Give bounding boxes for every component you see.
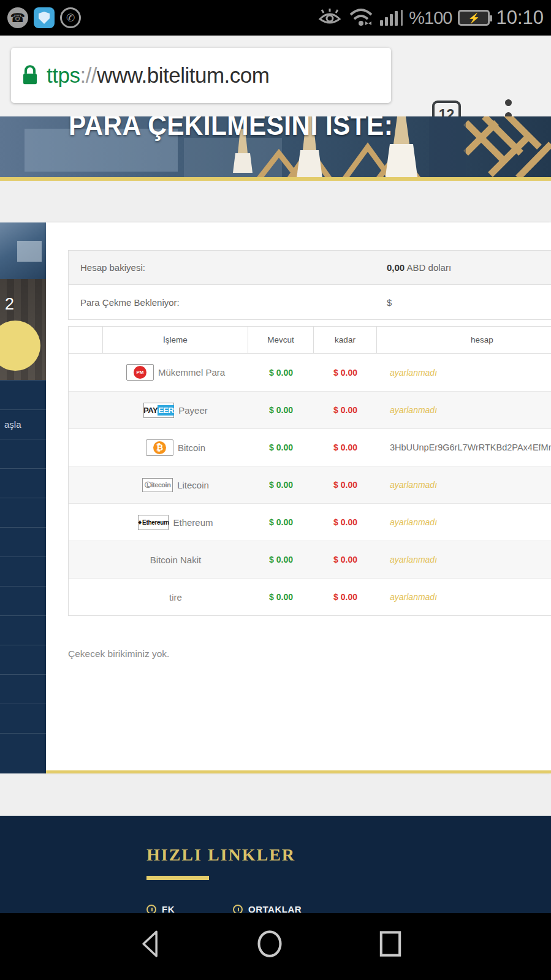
balance-value: $ — [387, 297, 392, 308]
table-row[interactable]: ₿ Bitcoin $ 0.00 $ 0.00 3HbUUnpEr9G6rL7W… — [69, 428, 551, 466]
col-header-kadar: kadar — [314, 327, 377, 353]
battery-charging-icon: ⚡ — [458, 10, 490, 26]
sidebar-item[interactable] — [0, 615, 46, 645]
method-label: Mükemmel Para — [158, 367, 225, 378]
mevcut-value: $ 0.00 — [248, 480, 314, 490]
balance-row: Para Çekme Bekleniyor: $ — [69, 285, 551, 319]
mevcut-value: $ 0.00 — [248, 368, 314, 378]
kadar-value: $ 0.00 — [314, 368, 377, 378]
withdraw-table: İşleme Mevcut kadar hesap PM Mükemmel Pa… — [68, 326, 551, 616]
method-label: Bitcoin — [178, 443, 205, 453]
kadar-value: $ 0.00 — [314, 405, 377, 415]
perfect-money-icon: PM — [126, 364, 154, 381]
method-label: Bitcoin Nakit — [150, 555, 201, 565]
url-text[interactable]: ttps://www.bitelitum.com — [47, 63, 269, 88]
mevcut-value: $ 0.00 — [248, 517, 314, 527]
col-header-hesap: hesap — [377, 327, 551, 353]
table-row[interactable]: ♦Ethereum Ethereum $ 0.00 $ 0.00 ayarlan… — [69, 503, 551, 541]
no-balance-note: Çekecek birikiminiz yok. — [68, 648, 169, 659]
home-button[interactable] — [253, 927, 287, 961]
mevcut-value: $ 0.00 — [248, 555, 314, 564]
hesap-value[interactable]: ayarlanmadı — [377, 368, 551, 378]
balance-label: Para Çekme Bekleniyor: — [69, 297, 180, 308]
sidebar-item[interactable] — [0, 380, 46, 409]
sidebar-item[interactable] — [0, 704, 46, 733]
sidebar-item[interactable]: aşla — [0, 409, 46, 439]
battery-percent: %100 — [409, 8, 452, 28]
col-header-mevcut: Mevcut — [248, 327, 314, 353]
kadar-value: $ 0.00 — [314, 443, 377, 452]
whatsapp-icon: ✆ — [60, 7, 81, 28]
kadar-value: $ 0.00 — [314, 592, 377, 602]
balance-row: Hesap bakiyesi: 0,00 ABD doları — [69, 251, 551, 285]
sidebar-item[interactable] — [0, 439, 46, 468]
status-time: 10:10 — [496, 7, 544, 29]
balance-value: 0,00 ABD doları — [387, 262, 451, 273]
balance-summary: Hesap bakiyesi: 0,00 ABD doları Para Çek… — [68, 250, 551, 320]
sidebar-number: 2 — [5, 295, 14, 314]
hesap-value[interactable]: ayarlanmadı — [377, 555, 551, 564]
wifi-icon — [348, 7, 374, 28]
ethereum-icon: ♦Ethereum — [138, 515, 169, 530]
mevcut-value: $ 0.00 — [248, 405, 314, 415]
footer-heading: HIZLI LINKLER — [146, 845, 295, 865]
sidebar-item[interactable] — [0, 733, 46, 762]
url-bar[interactable]: ttps://www.bitelitum.com — [11, 48, 391, 103]
sidebar-photo — [0, 222, 46, 279]
hesap-value[interactable]: ayarlanmadı — [377, 517, 551, 527]
hesap-value[interactable]: ayarlanmadı — [377, 480, 551, 490]
eye-comfort-icon — [317, 8, 342, 28]
kadar-value: $ 0.00 — [314, 480, 377, 490]
method-label: Litecoin — [177, 480, 209, 490]
sidebar-item[interactable] — [0, 527, 46, 556]
litecoin-icon: Ⓛitecoin — [142, 478, 173, 492]
sidebar: 2 aşla — [0, 222, 46, 773]
recents-button[interactable] — [373, 927, 408, 961]
hero-banner: PARA ÇEKİLMESİNİ İSTE: — [0, 116, 551, 181]
kadar-value: $ 0.00 — [314, 517, 377, 527]
table-row[interactable]: tire $ 0.00 $ 0.00 ayarlanmadı — [69, 578, 551, 615]
table-row[interactable]: Bitcoin Nakit $ 0.00 $ 0.00 ayarlanmadı — [69, 541, 551, 578]
missed-call-icon: ☎ — [7, 7, 28, 28]
col-header-selector — [69, 327, 103, 353]
footer-heading-rule — [146, 876, 209, 880]
sidebar-item[interactable] — [0, 556, 46, 586]
lock-icon[interactable] — [20, 64, 40, 87]
table-row[interactable]: PM Mükemmel Para $ 0.00 $ 0.00 ayarlanma… — [69, 354, 551, 391]
sidebar-item[interactable] — [0, 674, 46, 704]
method-label: Payeer — [178, 405, 208, 416]
balance-label: Hesap bakiyesi: — [69, 262, 145, 273]
sidebar-item[interactable] — [0, 586, 46, 615]
status-bar: ☎ ✆ %100 ⚡ 10:10 — [0, 0, 551, 36]
page-title: PARA ÇEKİLMESİNİ İSTE: — [69, 116, 393, 142]
table-row[interactable]: PAYEER Payeer $ 0.00 $ 0.00 ayarlanmadı — [69, 391, 551, 428]
sidebar-item[interactable] — [0, 468, 46, 498]
sidebar-menu: aşla — [0, 380, 46, 773]
bitcoin-icon: ₿ — [146, 439, 173, 456]
kadar-value: $ 0.00 — [314, 555, 377, 564]
hesap-value[interactable]: 3HbUUnpEr9G6rL7WrRTKBd2PAx4EfMrhai — [377, 443, 551, 452]
sidebar-item[interactable] — [0, 498, 46, 527]
hesap-value[interactable]: ayarlanmadı — [377, 592, 551, 602]
payeer-icon: PAYEER — [143, 403, 174, 418]
android-screen: ☎ ✆ %100 ⚡ 10:10 — [0, 0, 551, 980]
table-row[interactable]: Ⓛitecoin Litecoin $ 0.00 $ 0.00 ayarlanm… — [69, 466, 551, 503]
method-label: tire — [169, 592, 182, 602]
content-card: Hesap bakiyesi: 0,00 ABD doları Para Çek… — [46, 222, 551, 773]
mevcut-value: $ 0.00 — [248, 592, 314, 602]
android-nav-bar — [0, 913, 551, 980]
browser-toolbar: ttps://www.bitelitum.com 12 — [0, 36, 551, 116]
method-label: Ethereum — [173, 517, 213, 528]
back-button[interactable] — [134, 927, 169, 961]
signal-strength-icon — [380, 10, 403, 26]
shield-notification-icon — [34, 7, 55, 28]
table-header-row: İşleme Mevcut kadar hesap — [69, 327, 551, 354]
mevcut-value: $ 0.00 — [248, 443, 314, 452]
col-header-isleme: İşleme — [103, 327, 248, 353]
sidebar-item[interactable] — [0, 645, 46, 674]
hesap-value[interactable]: ayarlanmadı — [377, 405, 551, 415]
